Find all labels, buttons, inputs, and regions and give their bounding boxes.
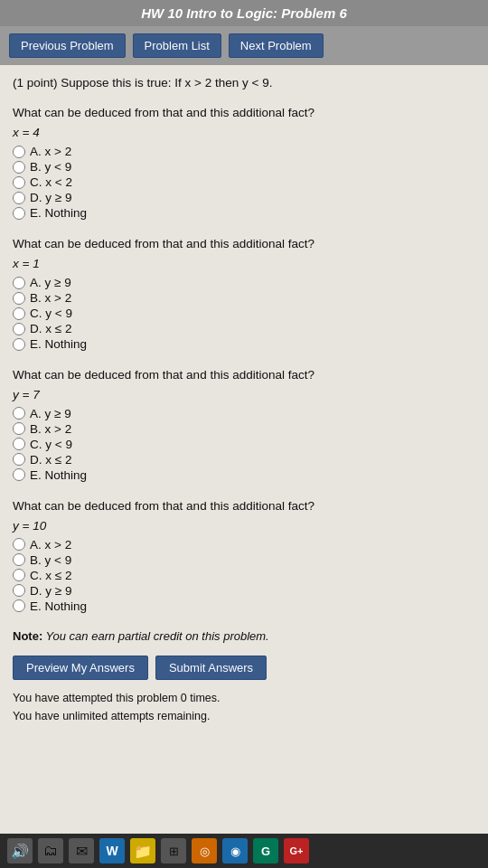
main-content: (1 point) Suppose this is true: If x > 2… — [0, 65, 488, 843]
option-4c-radio[interactable] — [13, 569, 25, 581]
option-1e-label: E. Nothing — [30, 206, 87, 220]
option-1b-radio[interactable] — [13, 161, 25, 174]
option-2b: B. x > 2 — [13, 291, 475, 305]
option-4b-radio[interactable] — [13, 553, 25, 566]
option-3d: D. x ≤ 2 — [13, 453, 475, 467]
given-value-3: y = 7 — [13, 388, 475, 401]
page-title: HW 10 Intro to Logic: Problem 6 — [141, 5, 347, 21]
taskbar: 🔊 🗂 ✉ W 📁 ⊞ ◎ ◉ G G+ — [0, 834, 488, 868]
option-1c: C. x < 2 — [13, 175, 475, 189]
word-icon[interactable]: W — [99, 838, 125, 863]
question-text-2: What can be deduced from that and this a… — [13, 236, 475, 253]
question-text-3: What can be deduced from that and this a… — [13, 367, 475, 384]
folder-icon[interactable]: 📁 — [130, 838, 155, 863]
option-3a: A. y ≥ 9 — [13, 407, 475, 420]
option-2a-radio[interactable] — [13, 277, 25, 289]
problem-list-button[interactable]: Problem List — [133, 33, 221, 58]
option-3b-radio[interactable] — [13, 422, 25, 435]
attempt-line-1: You have attempted this problem 0 times. — [13, 689, 475, 707]
question-block-2: What can be deduced from that and this a… — [13, 236, 475, 351]
option-1a: A. x > 2 — [13, 145, 475, 158]
option-1a-radio[interactable] — [13, 146, 25, 158]
preview-answers-button[interactable]: Preview My Answers — [13, 656, 148, 680]
chrome-icon[interactable]: ◎ — [192, 838, 217, 863]
option-3c: C. y < 9 — [13, 438, 475, 451]
option-1b: B. y < 9 — [13, 160, 475, 174]
option-4d-radio[interactable] — [13, 584, 25, 597]
option-4e-label: E. Nothing — [30, 599, 87, 613]
next-problem-button[interactable]: Next Problem — [229, 33, 324, 58]
option-2c: C. y < 9 — [13, 307, 475, 320]
given-value-4: y = 10 — [13, 519, 475, 533]
option-1e-radio[interactable] — [13, 207, 25, 220]
option-4a: A. x > 2 — [13, 538, 475, 552]
option-2e: E. Nothing — [13, 337, 475, 351]
question-block-3: What can be deduced from that and this a… — [13, 367, 475, 482]
gplus-icon[interactable]: G+ — [284, 838, 309, 863]
option-3b-label: B. x > 2 — [30, 422, 71, 436]
option-4b-label: B. y < 9 — [30, 553, 71, 567]
option-3d-label: D. x ≤ 2 — [30, 453, 71, 467]
previous-problem-button[interactable]: Previous Problem — [9, 33, 126, 58]
option-1d-radio[interactable] — [13, 192, 25, 204]
attempt-info: You have attempted this problem 0 times.… — [13, 689, 475, 725]
option-2d-radio[interactable] — [13, 323, 25, 335]
intro-text: (1 point) Suppose this is true: If x > 2… — [13, 74, 475, 92]
option-2a: A. y ≥ 9 — [13, 276, 475, 289]
note-section: Note: You can earn partial credit on thi… — [13, 629, 475, 643]
option-3c-radio[interactable] — [13, 438, 25, 450]
submit-answers-button[interactable]: Submit Answers — [155, 656, 267, 680]
option-3e-radio[interactable] — [13, 468, 25, 481]
option-1e: E. Nothing — [13, 206, 475, 220]
option-3e: E. Nothing — [13, 468, 475, 482]
option-1a-label: A. x > 2 — [30, 145, 71, 158]
option-3c-label: C. y < 9 — [30, 438, 72, 451]
option-2e-radio[interactable] — [13, 338, 25, 351]
option-4e: E. Nothing — [13, 599, 475, 613]
given-value-2: x = 1 — [13, 257, 475, 270]
option-4a-radio[interactable] — [13, 538, 25, 551]
question-text-4: What can be deduced from that and this a… — [13, 498, 475, 515]
option-2b-radio[interactable] — [13, 292, 25, 305]
option-4c: C. x ≤ 2 — [13, 569, 475, 582]
apps-icon[interactable]: ⊞ — [161, 838, 186, 863]
browser-icon[interactable]: ◉ — [222, 838, 248, 863]
option-2c-radio[interactable] — [13, 307, 25, 320]
navigation-bar: Previous Problem Problem List Next Probl… — [0, 26, 488, 65]
mail-icon[interactable]: ✉ — [69, 838, 94, 863]
question-block-4: What can be deduced from that and this a… — [13, 498, 475, 613]
option-2a-label: A. y ≥ 9 — [30, 276, 71, 289]
given-value-1: x = 4 — [13, 126, 475, 139]
volume-icon[interactable]: 🔊 — [7, 838, 33, 863]
note-label: Note: — [13, 629, 42, 643]
option-4e-radio[interactable] — [13, 599, 25, 612]
question-text-1: What can be deduced from that and this a… — [13, 105, 475, 122]
option-4d: D. y ≥ 9 — [13, 584, 475, 598]
option-3d-radio[interactable] — [13, 453, 25, 466]
option-2e-label: E. Nothing — [30, 337, 87, 351]
option-1d-label: D. y ≥ 9 — [30, 191, 71, 204]
question-block-1: What can be deduced from that and this a… — [13, 105, 475, 220]
option-1b-label: B. y < 9 — [30, 160, 71, 174]
option-1c-label: C. x < 2 — [30, 175, 72, 189]
option-3a-radio[interactable] — [13, 407, 25, 420]
option-1d: D. y ≥ 9 — [13, 191, 475, 204]
option-4b: B. y < 9 — [13, 553, 475, 567]
option-3e-label: E. Nothing — [30, 468, 87, 482]
option-1c-radio[interactable] — [13, 176, 25, 189]
option-4c-label: C. x ≤ 2 — [30, 569, 71, 582]
file-explorer-icon[interactable]: 🗂 — [38, 838, 63, 863]
option-2b-label: B. x > 2 — [30, 291, 71, 305]
bottom-buttons: Preview My Answers Submit Answers — [13, 656, 475, 680]
option-2d: D. x ≤ 2 — [13, 322, 475, 335]
option-3a-label: A. y ≥ 9 — [30, 407, 71, 420]
g-icon[interactable]: G — [253, 838, 278, 863]
attempt-line-2: You have unlimited attempts remaining. — [13, 707, 475, 725]
option-4a-label: A. x > 2 — [30, 538, 71, 552]
page-header: HW 10 Intro to Logic: Problem 6 — [0, 0, 488, 26]
option-2d-label: D. x ≤ 2 — [30, 322, 71, 335]
option-4d-label: D. y ≥ 9 — [30, 584, 71, 598]
option-2c-label: C. y < 9 — [30, 307, 72, 320]
option-3b: B. x > 2 — [13, 422, 475, 436]
note-text: You can earn partial credit on this prob… — [42, 629, 269, 643]
